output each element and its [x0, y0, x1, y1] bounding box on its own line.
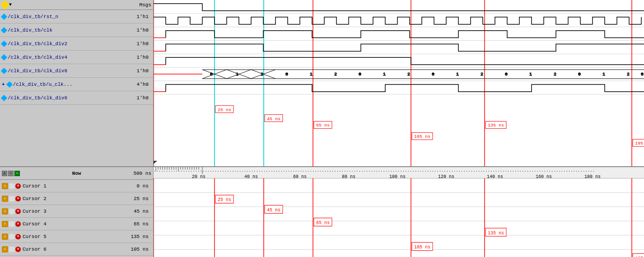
cursor-2-icons: 🔒 ×: [2, 196, 21, 202]
svg-text:135 ns: 135 ns: [488, 230, 504, 236]
cursor-4-icons: 🔒 ×: [2, 221, 21, 227]
cursor-3-name: Cursor 3: [23, 209, 124, 214]
svg-text:2: 2: [261, 72, 263, 77]
svg-text:45 ns: 45 ns: [267, 117, 280, 121]
signal-diamond-icon: [6, 81, 13, 87]
svg-text:1: 1: [602, 72, 605, 77]
svg-text:105 ns: 105 ns: [414, 134, 430, 139]
svg-text:2: 2: [407, 72, 410, 77]
svg-text:105 ns: 105 ns: [414, 244, 430, 250]
signal-name: /clk_div_tb/rst_n: [2, 14, 131, 19]
svg-text:0: 0: [432, 72, 434, 77]
expand-icon[interactable]: +: [2, 82, 5, 87]
cursor-toolbar-icon3[interactable]: +: [14, 171, 20, 176]
svg-text:1: 1: [383, 72, 386, 77]
lock-icon[interactable]: 🔒: [2, 246, 8, 252]
cursor-header: Δ × + Now 500 ns: [0, 167, 153, 180]
toolbar-icons: ▼: [2, 2, 12, 8]
svg-text:······························: ········································…: [154, 169, 595, 174]
cursor-1-icons: 🔒 ×: [2, 183, 21, 189]
svg-text:2: 2: [334, 72, 337, 77]
cursor-2-name: Cursor 2: [23, 196, 124, 201]
cursor-3-time: 45 ns: [124, 209, 151, 214]
key-icon[interactable]: [9, 183, 14, 189]
lock-icon[interactable]: 🔒: [2, 234, 8, 240]
svg-text:1: 1: [456, 72, 459, 77]
delete-icon[interactable]: ×: [15, 234, 21, 239]
timeline-area[interactable]: ········································…: [154, 167, 644, 257]
cursor-panel: Δ × + Now 500 ns 🔒 × Cursor 1 0 ns: [0, 167, 154, 257]
svg-text:65 ns: 65 ns: [316, 220, 330, 226]
key-icon[interactable]: [9, 221, 14, 227]
key-icon[interactable]: [9, 209, 14, 214]
svg-text:195 ns: 195 ns: [635, 255, 644, 257]
signal-list: /clk_div_tb/rst_n 1'h1 /clk_div_tb/clk 1…: [0, 10, 153, 141]
signal-row: /clk_div_tb/clk 1'h0: [0, 23, 153, 37]
toolbar-diamond-icon: [0, 0, 9, 9]
msgs-label: Msgs: [140, 2, 151, 8]
lock-icon[interactable]: 🔒: [2, 208, 8, 215]
svg-text:135 ns: 135 ns: [488, 123, 504, 128]
cursor-4-time: 65 ns: [124, 221, 151, 227]
signal-row-empty: [0, 105, 153, 141]
signal-diamond-icon: [1, 40, 7, 47]
signal-name: /clk_div_tb/clk: [2, 28, 131, 33]
cursor-row-4: 🔒 × Cursor 4 65 ns: [0, 218, 153, 230]
delete-icon[interactable]: ×: [15, 209, 21, 214]
signal-name: /clk_div_tb/clk_div6: [2, 95, 131, 101]
cursor-toolbar-icon1[interactable]: Δ: [2, 171, 7, 176]
cursor-1-time: 0 ns: [124, 183, 151, 189]
signal-diamond-icon: [1, 54, 7, 60]
signal-name: /clk_div_tb/clk_div4: [2, 55, 131, 60]
signal-value: 1'h0: [131, 55, 151, 60]
signal-name: + /clk_div_tb/u_clk...: [2, 82, 131, 87]
svg-text:1: 1: [236, 72, 238, 77]
svg-text:65 ns: 65 ns: [316, 123, 330, 128]
lock-icon[interactable]: 🔒: [2, 196, 8, 202]
cursor-2-time: 25 ns: [124, 196, 151, 201]
cursor-row-3: 🔒 × Cursor 3 45 ns: [0, 205, 153, 218]
signal-name: /clk_div_tb/clk_div2: [2, 41, 131, 47]
cursor-5-icons: 🔒 ×: [2, 234, 21, 240]
waveform-canvas[interactable]: 0 1 2 0: [154, 0, 644, 166]
signal-diamond-icon: [1, 27, 7, 33]
svg-text:0: 0: [359, 72, 361, 77]
lock-icon[interactable]: 🔒: [2, 221, 8, 227]
key-icon[interactable]: [9, 247, 14, 252]
cursor-3-icons: 🔒 ×: [2, 208, 21, 215]
waveform-section: ▼ Msgs /clk_div_tb/rst_n 1'h1 /clk_div_t: [0, 0, 644, 167]
signal-row: + /clk_div_tb/u_clk... 4'h0: [0, 78, 153, 91]
signal-diamond-icon: [1, 13, 7, 19]
cursor-row-5: 🔒 × Cursor 5 135 ns: [0, 230, 153, 243]
signal-row: /clk_div_tb/rst_n 1'h1: [0, 10, 153, 23]
delete-icon[interactable]: ×: [15, 221, 21, 227]
signal-panel: ▼ Msgs /clk_div_tb/rst_n 1'h1 /clk_div_t: [0, 0, 154, 166]
signal-value: 1'h0: [131, 95, 151, 101]
signal-value: 1'h0: [131, 28, 151, 33]
delete-icon[interactable]: ×: [15, 196, 21, 201]
signal-value: 1'h0: [131, 68, 151, 74]
svg-text:2: 2: [481, 72, 483, 77]
svg-text:195 ns: 195 ns: [635, 141, 644, 146]
signal-row: /clk_div_tb/clk_div4 1'h0: [0, 51, 153, 64]
cursor-6-time: 105 ns: [124, 247, 151, 252]
lock-icon[interactable]: 🔒: [2, 183, 8, 189]
cursor-1-name: Cursor 1: [23, 183, 124, 189]
cursor-toolbar-icon2[interactable]: ×: [8, 171, 14, 176]
delete-icon[interactable]: ×: [15, 247, 21, 252]
svg-rect-0: [154, 0, 644, 166]
svg-text:2: 2: [554, 72, 556, 77]
svg-text:0: 0: [285, 72, 288, 77]
signal-value: 1'h0: [131, 41, 151, 47]
signal-row: /clk_div_tb/clk_div6 1'h0: [0, 91, 153, 105]
signal-row: /clk_div_tb/clk_div2 1'h0: [0, 37, 153, 51]
svg-text:25 ns: 25 ns: [218, 197, 231, 203]
svg-text:45 ns: 45 ns: [267, 207, 280, 213]
delete-icon[interactable]: ×: [15, 183, 21, 189]
svg-rect-98: [154, 167, 644, 257]
cursor-6-name: Cursor 6: [23, 247, 124, 252]
signal-name: /clk_div_tb/clk_div8: [2, 68, 131, 74]
key-icon[interactable]: [9, 196, 14, 201]
key-icon[interactable]: [9, 234, 14, 239]
main-container: ▼ Msgs /clk_div_tb/rst_n 1'h1 /clk_div_t: [0, 0, 644, 257]
